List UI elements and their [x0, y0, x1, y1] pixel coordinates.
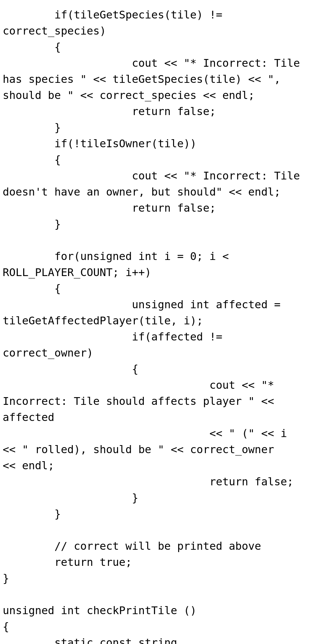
code-content: if(tileGetSpecies(tile) != correct_speci…	[3, 7, 324, 644]
